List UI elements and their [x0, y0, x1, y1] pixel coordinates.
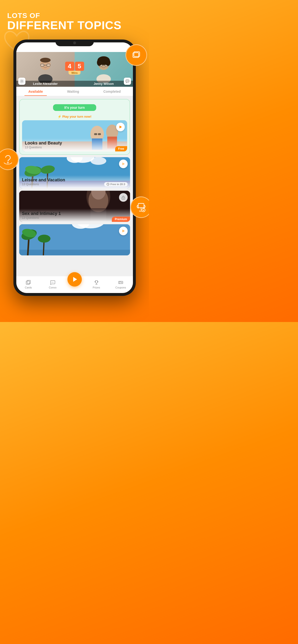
header-section: LOTS OF DIFFERENT TOPICS — [7, 12, 121, 31]
svg-marker-61 — [122, 230, 125, 232]
topic-card-vacation[interactable] — [19, 224, 130, 256]
header-line1: LOTS OF — [7, 12, 121, 20]
score-center: 4 5 Wins — [65, 62, 84, 74]
vacation-play-button[interactable] — [119, 227, 128, 235]
tab-waiting[interactable]: Waiting — [63, 89, 83, 96]
nav-convo-label: Convo — [49, 286, 56, 289]
player-header: Leslie Alexander 4 5 Wins — [16, 52, 133, 87]
settings-button[interactable] — [18, 78, 26, 85]
convo-nav-icon — [50, 280, 55, 285]
leisure-play-button[interactable] — [119, 160, 128, 168]
header-line2: DIFFERENT TOPICS — [7, 20, 121, 31]
cards-nav-icon — [26, 280, 31, 285]
svg-rect-29 — [94, 133, 97, 135]
svg-marker-42 — [122, 162, 125, 165]
your-turn-card: It's your turn ⚡ Play your turn now! — [19, 99, 130, 155]
svg-rect-3 — [138, 204, 144, 208]
nav-play-center[interactable] — [65, 278, 84, 290]
svg-point-41 — [90, 157, 106, 165]
nav-play-label — [74, 287, 75, 290]
looks-overlay: Looks and Beauty 13 Questions — [22, 138, 127, 152]
svg-point-66 — [53, 282, 54, 282]
nav-prizes[interactable]: Prizes — [84, 280, 108, 289]
svg-text:★: ★ — [142, 209, 145, 212]
chat-button[interactable] — [124, 78, 131, 85]
svg-point-64 — [52, 282, 52, 282]
svg-rect-22 — [127, 80, 128, 82]
intimacy-title: Sex and Intimacy 1 — [22, 211, 127, 216]
leisure-free-in-badge: Free in 20:3 — [104, 182, 127, 186]
intimacy-lock-icon — [119, 193, 128, 202]
looks-title: Looks and Beauty — [25, 141, 124, 146]
tab-available[interactable]: Available — [25, 89, 47, 96]
svg-point-20 — [21, 80, 23, 82]
svg-point-58 — [38, 235, 50, 243]
nav-cards[interactable]: Cards — [16, 280, 41, 289]
topic-card-leisure[interactable]: Leisure and Vacation 13 Questions Free i… — [19, 157, 130, 188]
camera-dot — [73, 42, 76, 44]
svg-point-71 — [121, 282, 122, 283]
phone-screen: Leslie Alexander 4 5 Wins — [16, 42, 133, 293]
svg-point-19 — [106, 59, 110, 66]
content-area: It's your turn ⚡ Play your turn now! — [16, 96, 133, 276]
tab-completed[interactable]: Completed — [100, 89, 124, 96]
player2-score: 5 — [75, 62, 84, 71]
float-circle-cards — [125, 44, 147, 66]
nav-prizes-label: Prizes — [93, 286, 100, 289]
phone-notch — [55, 40, 94, 46]
play-center-icon — [71, 276, 78, 283]
svg-marker-31 — [119, 126, 122, 128]
svg-rect-30 — [98, 133, 101, 135]
svg-point-11 — [40, 58, 51, 62]
lightning-icon: ⚡ — [58, 115, 61, 118]
nav-convo[interactable]: Convo — [41, 280, 65, 289]
svg-point-65 — [52, 282, 53, 282]
intimacy-sub: 13 Questions — [22, 216, 127, 220]
svg-rect-63 — [27, 280, 31, 284]
bottom-nav: Cards Convo — [16, 276, 133, 293]
tabs-row: Available Waiting Completed — [16, 87, 133, 96]
vacation-image — [19, 224, 130, 256]
topic-card-looks[interactable]: Looks and Beauty 13 Questions Free — [22, 120, 127, 152]
intimacy-premium-badge: Premium — [112, 216, 130, 222]
nav-cards-label: Cards — [25, 286, 32, 289]
svg-point-51 — [123, 198, 123, 199]
prizes-nav-icon — [94, 280, 99, 285]
svg-rect-53 — [19, 250, 130, 256]
nav-coupons-label: Coupons — [115, 286, 126, 289]
looks-sub: 13 Questions — [25, 146, 124, 149]
svg-point-18 — [97, 59, 102, 66]
svg-marker-67 — [73, 277, 77, 282]
svg-point-2 — [8, 162, 9, 164]
your-turn-sub: ⚡ Play your turn now! — [20, 115, 129, 118]
score-label: Wins — [68, 71, 80, 74]
looks-free-badge: Free — [115, 146, 127, 152]
svg-rect-8 — [41, 64, 44, 66]
leisure-title: Leisure and Vacation — [22, 178, 127, 182]
play-center-button[interactable] — [67, 272, 82, 286]
svg-rect-9 — [47, 64, 50, 66]
svg-rect-62 — [26, 281, 30, 284]
player1-score: 4 — [65, 62, 74, 71]
coupons-nav-icon — [118, 280, 123, 285]
your-turn-badge: It's your turn — [53, 104, 96, 111]
nav-coupons[interactable]: Coupons — [108, 280, 133, 289]
phone-frame: Leslie Alexander 4 5 Wins — [14, 40, 136, 296]
looks-play-button[interactable] — [116, 123, 125, 131]
topic-card-intimacy[interactable]: Sex and Intimacy 1 13 Questions Premium — [19, 191, 130, 222]
